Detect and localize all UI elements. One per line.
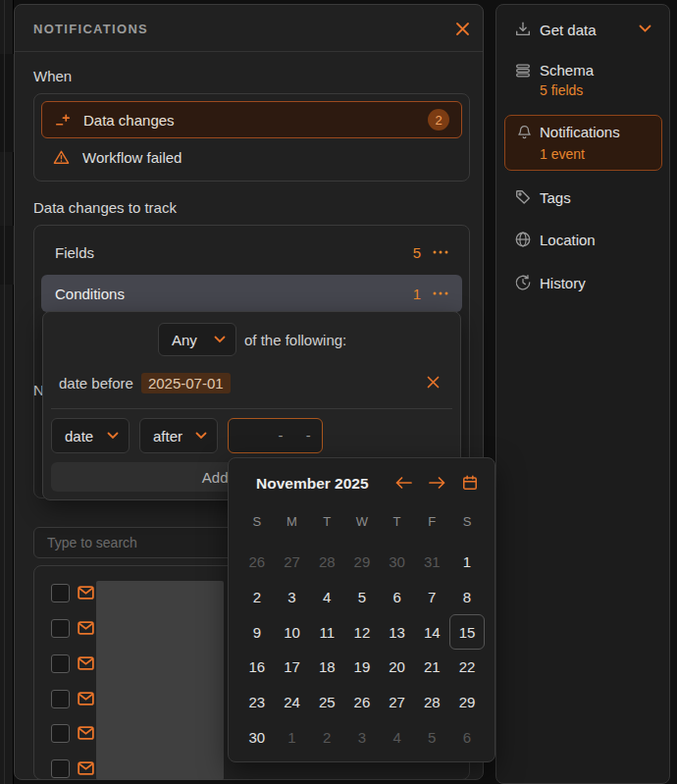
sidebar-item-label: Schema xyxy=(540,62,594,78)
calendar-day[interactable]: 23 xyxy=(239,685,275,720)
calendar-day[interactable]: 1 xyxy=(275,719,310,755)
calendar-day[interactable]: 28 xyxy=(309,545,344,580)
tag-icon xyxy=(514,188,532,206)
calendar-day[interactable]: 12 xyxy=(344,614,380,650)
panel-header: NOTIFICATIONS xyxy=(15,5,483,52)
operator-select[interactable]: after xyxy=(139,418,218,453)
calendar-grid: 2627282930311234567891011121314151617181… xyxy=(239,545,485,755)
calendar-day[interactable]: 4 xyxy=(309,580,344,615)
sidebar-item-label: Get data xyxy=(540,22,597,38)
conditions-row[interactable]: Conditions 1 xyxy=(41,275,462,312)
date-input-wrap xyxy=(228,418,323,453)
calendar-day[interactable]: 8 xyxy=(449,580,485,615)
weekday-label: S xyxy=(239,513,275,529)
calendar-day[interactable]: 31 xyxy=(414,545,449,580)
next-month-icon[interactable] xyxy=(427,473,446,493)
weekday-label: T xyxy=(380,513,415,529)
calendar-day[interactable]: 1 xyxy=(449,545,485,580)
calendar-day[interactable]: 29 xyxy=(344,545,380,580)
option-workflow-failed[interactable]: Workflow failed xyxy=(41,138,462,176)
calendar-day[interactable]: 9 xyxy=(239,614,275,650)
prev-month-icon[interactable] xyxy=(393,473,413,493)
calendar-day[interactable]: 11 xyxy=(309,614,344,650)
calendar-day[interactable]: 25 xyxy=(309,685,344,720)
close-icon[interactable] xyxy=(449,16,475,41)
calendar-day[interactable]: 20 xyxy=(380,650,415,685)
checkbox[interactable] xyxy=(51,690,70,708)
calendar-day[interactable]: 17 xyxy=(275,650,310,685)
more-options-icon[interactable] xyxy=(433,291,448,295)
calendar-day[interactable]: 19 xyxy=(344,650,380,685)
option-label: Data changes xyxy=(83,112,175,129)
calendar-day[interactable]: 21 xyxy=(414,650,449,685)
calendar-day[interactable]: 5 xyxy=(344,580,380,615)
left-rail-segment xyxy=(0,226,14,285)
calendar-day[interactable]: 18 xyxy=(309,650,344,685)
date-input[interactable] xyxy=(229,419,322,452)
calendar-day[interactable]: 26 xyxy=(344,685,380,720)
calendar-day[interactable]: 27 xyxy=(380,685,415,720)
chevron-down-icon xyxy=(195,432,207,440)
chevron-down-icon xyxy=(107,432,119,440)
weekday-label: F xyxy=(414,513,449,529)
when-label: When xyxy=(33,68,72,84)
weekday-label: M xyxy=(275,513,310,529)
calendar-day[interactable]: 22 xyxy=(449,650,485,685)
calendar-day[interactable]: 13 xyxy=(380,614,415,650)
field-select[interactable]: date xyxy=(51,418,130,453)
calendar-day[interactable]: 16 xyxy=(239,650,275,685)
calendar-day[interactable]: 5 xyxy=(414,719,449,755)
fields-row[interactable]: Fields 5 xyxy=(41,234,462,271)
when-options-box: Data changes 2 Workflow failed xyxy=(33,93,470,182)
schema-icon xyxy=(514,62,532,79)
match-mode-select[interactable]: Any xyxy=(158,323,236,356)
count-badge: 2 xyxy=(428,109,449,131)
sidebar-item-sub: 1 event xyxy=(540,146,585,162)
calendar-day[interactable]: 7 xyxy=(414,580,449,615)
add-field-icon xyxy=(54,112,71,129)
conditions-count: 1 xyxy=(413,286,421,302)
calendar-day[interactable]: 6 xyxy=(380,580,415,615)
calendar-icon[interactable] xyxy=(460,473,480,493)
calendar-day[interactable]: 10 xyxy=(275,614,310,650)
calendar-day[interactable]: 29 xyxy=(449,685,485,720)
sidebar-item-label: Location xyxy=(540,232,596,248)
calendar-day[interactable]: 6 xyxy=(449,719,485,755)
download-icon xyxy=(514,21,532,38)
existing-condition: date before 2025-07-01 xyxy=(59,371,231,394)
calendar-day[interactable]: 3 xyxy=(344,719,380,755)
row-label: Conditions xyxy=(55,286,125,302)
select-value: date xyxy=(65,428,93,444)
calendar-day[interactable]: 15 xyxy=(449,614,485,650)
history-icon xyxy=(514,274,532,291)
calendar-day[interactable]: 24 xyxy=(275,685,310,720)
chevron-down-icon[interactable] xyxy=(639,25,651,32)
calendar-day[interactable]: 4 xyxy=(380,719,415,755)
calendar-day[interactable]: 2 xyxy=(239,580,275,615)
checkbox[interactable] xyxy=(51,654,70,673)
calendar-day[interactable]: 30 xyxy=(380,545,415,580)
bell-icon xyxy=(516,124,533,140)
more-options-icon[interactable] xyxy=(433,250,448,254)
calendar-day[interactable]: 30 xyxy=(239,719,275,755)
calendar-day[interactable]: 27 xyxy=(275,545,310,580)
checkbox[interactable] xyxy=(51,759,70,778)
left-rail-divider xyxy=(4,0,5,784)
calendar-day[interactable]: 3 xyxy=(275,580,310,615)
option-data-changes[interactable]: Data changes 2 xyxy=(41,101,462,138)
checkbox[interactable] xyxy=(51,619,70,638)
weekday-label: T xyxy=(309,513,344,529)
calendar-day[interactable]: 14 xyxy=(414,614,449,650)
checkbox[interactable] xyxy=(51,584,70,602)
left-rail-segment xyxy=(0,54,14,152)
weekday-label: S xyxy=(449,513,485,529)
match-mode-row: Any of the following: xyxy=(43,323,460,356)
calendar-month-title: November 2025 xyxy=(256,475,369,493)
fields-count: 5 xyxy=(413,244,421,261)
calendar-day[interactable]: 26 xyxy=(239,545,275,580)
condition-value-chip: 2025-07-01 xyxy=(141,373,231,393)
checkbox[interactable] xyxy=(51,724,70,743)
remove-condition-icon[interactable] xyxy=(424,373,442,391)
calendar-day[interactable]: 28 xyxy=(414,685,449,720)
calendar-day[interactable]: 2 xyxy=(309,719,344,755)
